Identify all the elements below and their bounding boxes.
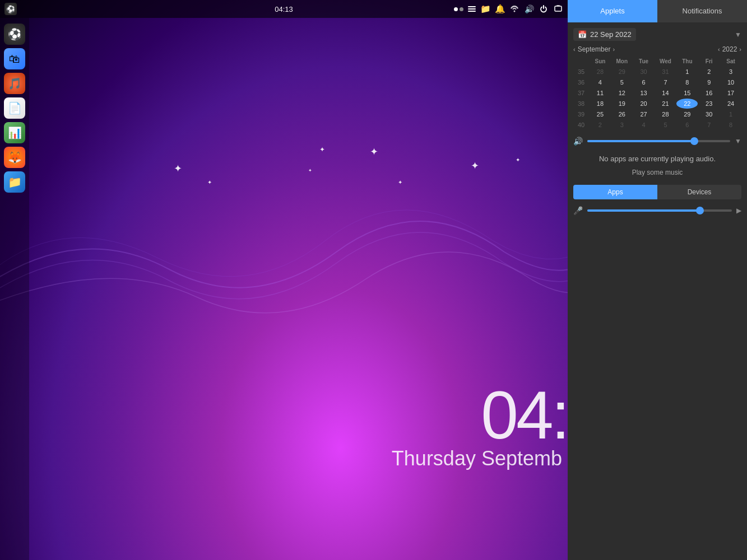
cal-day[interactable]: 15 [676, 88, 698, 98]
play-music-link[interactable]: Play some music [573, 169, 741, 176]
calendar-week-37: 37 11 12 13 14 15 16 17 [573, 88, 741, 98]
cal-day[interactable]: 6 [633, 77, 655, 87]
calendar-week-38: 38 18 19 20 21 22 23 24 [573, 99, 741, 109]
volume-expand-arrow[interactable]: ▼ [735, 137, 741, 145]
taskbar-left: ⚽ [4, 3, 17, 15]
dot-1 [454, 7, 458, 11]
volume-thumb[interactable] [690, 137, 698, 145]
prev-month-arrow[interactable]: ‹ [573, 46, 576, 53]
sparkle: ✦ [207, 179, 212, 185]
dock-item-vinyl[interactable]: 🎵 [4, 73, 25, 94]
cal-day[interactable]: 29 [611, 67, 633, 77]
cal-day[interactable]: 5 [655, 120, 676, 130]
power-icon[interactable] [539, 4, 549, 14]
cal-day[interactable]: 10 [720, 77, 741, 87]
calendar-month-label: September [578, 45, 611, 53]
cal-day[interactable]: 4 [633, 120, 655, 130]
cal-day[interactable]: 7 [698, 120, 720, 130]
cal-day[interactable]: 30 [633, 67, 655, 77]
cal-day[interactable]: 8 [676, 77, 698, 87]
calendar-year-label: 2022 [722, 45, 737, 53]
cal-day[interactable]: 16 [698, 88, 720, 98]
dock-item-spreadsheet[interactable]: 📊 [4, 122, 25, 143]
calendar-month-nav[interactable]: ‹ September › [573, 45, 615, 53]
taskbar-right: 📁 🔔 🔊 [454, 4, 563, 14]
mic-expand-arrow[interactable]: ▶ [736, 207, 741, 214]
taskbar-clock: 04:13 [275, 5, 293, 13]
cal-day[interactable]: 20 [633, 99, 655, 109]
week-num-37: 37 [573, 88, 589, 98]
screenshot-icon[interactable] [553, 4, 563, 14]
cal-day[interactable]: 1 [720, 109, 741, 119]
cal-day[interactable]: 3 [720, 67, 741, 77]
cal-day[interactable]: 25 [590, 109, 611, 119]
cal-day[interactable]: 28 [590, 67, 611, 77]
volume-speaker-icon: 🔊 [573, 137, 583, 146]
calendar-year-nav[interactable]: ‹ 2022 › [718, 45, 741, 53]
tab-notifications[interactable]: Notifications [657, 0, 747, 22]
volume-icon[interactable]: 🔊 [524, 4, 534, 14]
network-icon[interactable] [509, 4, 519, 14]
bell-icon[interactable]: 🔔 [495, 4, 505, 14]
sparkle: ✦ [398, 179, 402, 185]
calendar-date-display[interactable]: 📅 22 Sep 2022 [573, 28, 636, 41]
mic-slider[interactable] [587, 209, 732, 212]
volume-slider[interactable] [587, 140, 730, 142]
sparkle: ✦ [516, 157, 520, 163]
cal-day[interactable]: 12 [611, 88, 633, 98]
cal-day[interactable]: 30 [698, 109, 720, 119]
day-header-sat: Sat [720, 57, 741, 66]
cal-day[interactable]: 5 [611, 77, 633, 87]
cal-day[interactable]: 1 [676, 67, 698, 77]
day-header-wed: Wed [655, 57, 676, 66]
calendar-grid: Sun Mon Tue Wed Thu Fri Sat 35 28 29 30 … [573, 57, 741, 130]
cal-day[interactable]: 14 [655, 88, 676, 98]
cal-day[interactable]: 28 [655, 109, 676, 119]
sparkle: ✦ [319, 146, 325, 153]
cal-day[interactable]: 19 [611, 99, 633, 109]
cal-day[interactable]: 3 [611, 120, 633, 130]
week-num-39: 39 [573, 109, 589, 119]
cal-day[interactable]: 17 [720, 88, 741, 98]
volume-control: 🔊 ▼ [573, 137, 741, 146]
tab-applets[interactable]: Applets [568, 0, 657, 22]
prev-year-arrow[interactable]: ‹ [718, 46, 720, 53]
cal-day[interactable]: 11 [590, 88, 611, 98]
cal-day[interactable]: 13 [633, 88, 655, 98]
dock-item-files[interactable]: 📁 [4, 171, 25, 193]
dock-item-soccer[interactable]: ⚽ [4, 24, 25, 45]
next-year-arrow[interactable]: › [739, 46, 741, 53]
cal-day[interactable]: 4 [590, 77, 611, 87]
cal-day[interactable]: 2 [590, 120, 611, 130]
panel-tabs: Applets Notifications [568, 0, 747, 22]
taskbar-app-icon[interactable]: ⚽ [4, 3, 17, 15]
cal-day[interactable]: 29 [676, 109, 698, 119]
dock-item-bag[interactable]: 🛍 [4, 48, 25, 69]
day-header-fri: Fri [698, 57, 720, 66]
cal-day[interactable]: 8 [720, 120, 741, 130]
cal-day[interactable]: 24 [720, 99, 741, 109]
mic-thumb[interactable] [696, 207, 704, 214]
cal-day[interactable]: 26 [611, 109, 633, 119]
dock-item-firefox[interactable]: 🦊 [4, 147, 25, 168]
folder-icon[interactable]: 📁 [480, 4, 490, 14]
cal-day[interactable]: 9 [698, 77, 720, 87]
cal-day[interactable]: 21 [655, 99, 676, 109]
next-month-arrow[interactable]: › [613, 46, 615, 53]
cal-day[interactable]: 7 [655, 77, 676, 87]
calendar-week-36: 36 4 5 6 7 8 9 10 [573, 77, 741, 87]
cal-day[interactable]: 2 [698, 67, 720, 77]
menu-icon[interactable] [468, 6, 476, 12]
dock-item-document[interactable]: 📄 [4, 97, 25, 119]
week-num-35: 35 [573, 67, 589, 77]
audio-tab-devices[interactable]: Devices [657, 185, 741, 199]
cal-day[interactable]: 27 [633, 109, 655, 119]
audio-tab-apps[interactable]: Apps [573, 185, 657, 199]
cal-day[interactable]: 31 [655, 67, 676, 77]
cal-day[interactable]: 6 [676, 120, 698, 130]
calendar-dropdown-arrow[interactable]: ▼ [735, 31, 741, 39]
cal-day[interactable]: 18 [590, 99, 611, 109]
calendar-icon: 📅 [578, 30, 587, 39]
cal-day-today[interactable]: 22 [676, 99, 698, 109]
cal-day[interactable]: 23 [698, 99, 720, 109]
